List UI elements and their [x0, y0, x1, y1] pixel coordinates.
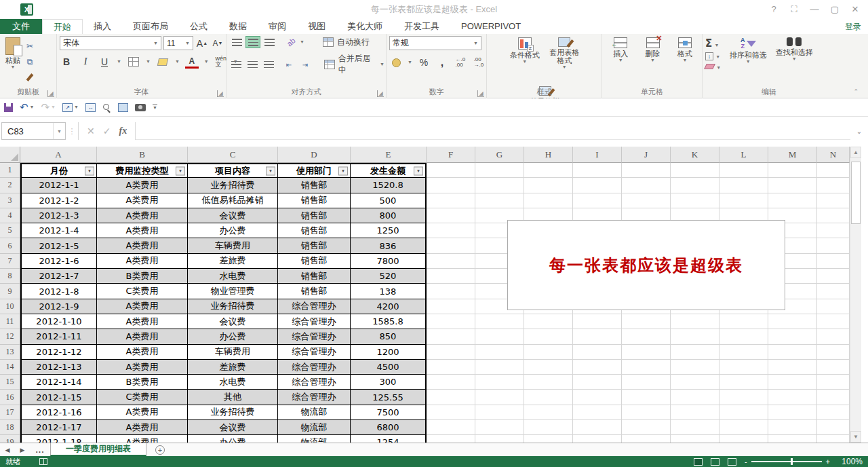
tab-开发工具[interactable]: 开发工具: [393, 19, 450, 34]
row-header-6[interactable]: 6: [0, 238, 20, 253]
cell-I12[interactable]: [573, 329, 622, 344]
alignment-dialog-launcher[interactable]: ◢: [377, 90, 384, 97]
cell-E9[interactable]: 138: [351, 284, 427, 299]
cell-H19[interactable]: [524, 435, 573, 443]
column-header-B[interactable]: B: [97, 147, 188, 163]
accounting-format-icon[interactable]: [389, 56, 403, 69]
cell-H17[interactable]: [524, 405, 573, 420]
column-header-L[interactable]: L: [719, 147, 768, 163]
scroll-up-icon[interactable]: ▲: [850, 147, 861, 158]
enter-entry-icon[interactable]: ✓: [103, 126, 111, 136]
cell-B16[interactable]: C类费用: [97, 390, 188, 405]
insert-function-icon[interactable]: fx: [119, 126, 127, 136]
cell-I14[interactable]: [573, 360, 622, 375]
cell-E2[interactable]: 1520.8: [351, 178, 427, 193]
row-header-8[interactable]: 8: [0, 269, 20, 284]
cell-G13[interactable]: [475, 345, 524, 360]
cell-L1[interactable]: [719, 163, 768, 178]
cell-D16[interactable]: 综合管理办: [278, 390, 351, 405]
cell-B4[interactable]: A类费用: [97, 208, 188, 223]
new-sheet-button[interactable]: +: [146, 443, 174, 456]
cell-F8[interactable]: [427, 269, 475, 284]
filter-icon-B[interactable]: ▼: [176, 166, 185, 175]
row-header-14[interactable]: 14: [0, 360, 20, 375]
cell-D14[interactable]: 综合管理办: [278, 360, 351, 375]
merge-cells-button[interactable]: ↔: [85, 103, 96, 112]
comma-style-icon[interactable]: ,: [435, 56, 449, 69]
cell-B2[interactable]: A类费用: [97, 178, 188, 193]
cell-B13[interactable]: A类费用: [97, 345, 188, 360]
cell-N14[interactable]: [817, 360, 850, 375]
format-as-table-button[interactable]: 套用表格格式▼: [545, 36, 583, 85]
cell-J2[interactable]: [622, 178, 671, 193]
decrease-decimal-icon[interactable]: .00→.0: [472, 56, 486, 69]
cell-G2[interactable]: [475, 178, 524, 193]
cell-L17[interactable]: [719, 405, 768, 420]
cell-G11[interactable]: [475, 314, 524, 329]
name-box-dropdown-icon[interactable]: ▼: [53, 123, 65, 139]
row-header-9[interactable]: 9: [0, 284, 20, 299]
align-bottom-icon[interactable]: [262, 36, 277, 48]
cell-F14[interactable]: [427, 360, 475, 375]
zoom-slider-thumb[interactable]: [791, 458, 793, 465]
format-cells-button[interactable]: 格式▼: [670, 36, 700, 85]
cell-H3[interactable]: [524, 193, 573, 208]
row-header-17[interactable]: 17: [0, 405, 20, 420]
prev-sheet-icon[interactable]: ◀: [0, 443, 15, 456]
cell-J3[interactable]: [622, 193, 671, 208]
cell-B15[interactable]: B类费用: [97, 375, 188, 390]
sheet-tab-active[interactable]: 一季度费用明细表: [50, 443, 146, 456]
cell-K12[interactable]: [671, 329, 719, 344]
cell-K13[interactable]: [671, 345, 719, 360]
cell-A13[interactable]: 2012-1-12: [20, 345, 97, 360]
zoom-slider[interactable]: [751, 461, 822, 462]
cell-M16[interactable]: [768, 390, 817, 405]
cell-E15[interactable]: 300: [351, 375, 427, 390]
cell-C8[interactable]: 水电费: [188, 269, 278, 284]
cell-M2[interactable]: [768, 178, 817, 193]
sheet-tab-ellipsis[interactable]: ...: [30, 443, 50, 456]
cell-N6[interactable]: [817, 238, 850, 253]
row-header-3[interactable]: 3: [0, 193, 20, 208]
cell-C16[interactable]: 其他: [188, 390, 278, 405]
cell-J15[interactable]: [622, 375, 671, 390]
cell-A15[interactable]: 2012-1-14: [20, 375, 97, 390]
cell-F18[interactable]: [427, 420, 475, 435]
cell-B18[interactable]: A类费用: [97, 420, 188, 435]
cell-F19[interactable]: [427, 435, 475, 443]
phonetic-guide-icon[interactable]: wén文: [214, 55, 228, 69]
cell-G19[interactable]: [475, 435, 524, 443]
cell-J12[interactable]: [622, 329, 671, 344]
redo-button[interactable]: ↷▼: [41, 101, 56, 113]
cell-F12[interactable]: [427, 329, 475, 344]
cell-H1[interactable]: [524, 163, 573, 178]
cell-K1[interactable]: [671, 163, 719, 178]
row-header-4[interactable]: 4: [0, 208, 20, 223]
cell-L19[interactable]: [719, 435, 768, 443]
cell-A8[interactable]: 2012-1-7: [20, 269, 97, 284]
tab-POWERPIVOT[interactable]: POWERPIVOT: [450, 19, 532, 34]
cell-M3[interactable]: [768, 193, 817, 208]
cell-G14[interactable]: [475, 360, 524, 375]
cell-B7[interactable]: A类费用: [97, 254, 188, 269]
cell-E12[interactable]: 850: [351, 329, 427, 344]
copy-icon[interactable]: ⧉: [23, 55, 37, 69]
cell-J13[interactable]: [622, 345, 671, 360]
cell-C4[interactable]: 会议费: [188, 208, 278, 223]
close-button[interactable]: ✕: [845, 1, 865, 18]
cell-I2[interactable]: [573, 178, 622, 193]
cell-E16[interactable]: 125.55: [351, 390, 427, 405]
cell-G15[interactable]: [475, 375, 524, 390]
cell-C19[interactable]: 办公费: [188, 435, 278, 443]
cell-N2[interactable]: [817, 178, 850, 193]
page-layout-view-icon[interactable]: [711, 458, 719, 466]
cell-A1[interactable]: 月份▼: [20, 163, 97, 178]
page-break-view-icon[interactable]: [728, 458, 736, 466]
cell-E18[interactable]: 6800: [351, 420, 427, 435]
filter-icon-C[interactable]: ▼: [266, 166, 275, 175]
sort-filter-button[interactable]: AZ 排序和筛选▼: [725, 36, 771, 85]
cell-J14[interactable]: [622, 360, 671, 375]
row-header-11[interactable]: 11: [0, 314, 20, 329]
cut-icon[interactable]: ✂: [23, 39, 37, 53]
cell-N10[interactable]: [817, 299, 850, 314]
